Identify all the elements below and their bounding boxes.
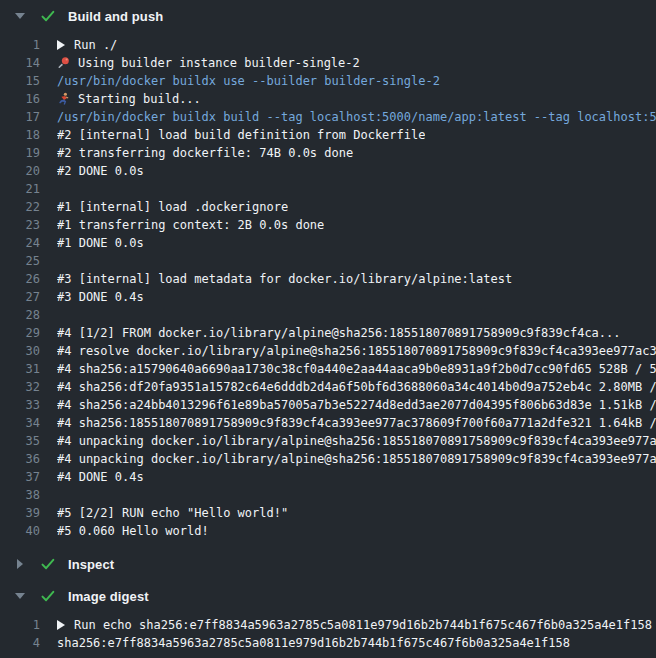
log-line: 36 #4 unpacking docker.io/library/alpine… [0, 450, 656, 468]
line-text: Using builder instance builder-single-2 [78, 54, 360, 72]
line-text: Run ./ [74, 36, 117, 54]
line-text: #3 [internal] load metadata for docker.i… [57, 270, 512, 288]
line-number[interactable]: 26 [0, 270, 40, 288]
line-number[interactable]: 14 [0, 54, 40, 72]
log-line: 34 #4 sha256:185518070891758909c9f839cf4… [0, 414, 656, 432]
log-section: Image digest 1 Run echo sha256:e7ff8834a… [0, 580, 656, 658]
line-number[interactable]: 40 [0, 522, 40, 540]
log-line: 18 #2 [internal] load build definition f… [0, 126, 656, 144]
log-line: 29 #4 [1/2] FROM docker.io/library/alpin… [0, 324, 656, 342]
line-number[interactable]: 4 [0, 634, 40, 652]
play-icon[interactable] [57, 40, 65, 50]
line-number[interactable]: 32 [0, 378, 40, 396]
line-text: sha256:e7ff8834a5963a2785c5a0811e979d16b… [57, 634, 570, 652]
line-number[interactable]: 29 [0, 324, 40, 342]
line-number[interactable]: 33 [0, 396, 40, 414]
section-lines: 1 Run echo sha256:e7ff8834a5963a2785c5a0… [0, 612, 656, 658]
line-number[interactable]: 21 [0, 180, 40, 198]
section-title: Build and push [68, 9, 163, 24]
line-text: /usr/bin/docker buildx use --builder bui… [57, 72, 440, 90]
line-text: #4 unpacking docker.io/library/alpine@sh… [57, 432, 656, 450]
caret-right-icon [14, 559, 26, 569]
section-title: Inspect [68, 557, 114, 572]
log-line: 37 #4 DONE 0.4s [0, 468, 656, 486]
line-number[interactable]: 16 [0, 90, 40, 108]
line-number[interactable]: 37 [0, 468, 40, 486]
log-line: 35 #4 unpacking docker.io/library/alpine… [0, 432, 656, 450]
line-text: #4 [1/2] FROM docker.io/library/alpine@s… [57, 324, 621, 342]
line-text: #2 transferring dockerfile: 74B 0.0s don… [57, 144, 353, 162]
line-text: #1 transferring context: 2B 0.0s done [57, 216, 324, 234]
line-text: #4 sha256:a15790640a6690aa1730c38cf0a440… [57, 360, 656, 378]
line-number[interactable]: 1 [0, 36, 40, 54]
log-line: 16 Starting build... [0, 90, 656, 108]
log-line: 4 sha256:e7ff8834a5963a2785c5a0811e979d1… [0, 634, 656, 652]
line-number[interactable]: 36 [0, 450, 40, 468]
line-number[interactable]: 38 [0, 486, 40, 504]
section-header-inspect[interactable]: Inspect [0, 548, 656, 580]
log-line: 22 #1 [internal] load .dockerignore [0, 198, 656, 216]
log-line: 39 #5 [2/2] RUN echo "Hello world!" [0, 504, 656, 522]
log-line: 28 [0, 306, 656, 324]
log-line: 23 #1 transferring context: 2B 0.0s done [0, 216, 656, 234]
line-text: #4 unpacking docker.io/library/alpine@sh… [57, 450, 656, 468]
log-line: 38 [0, 486, 656, 504]
line-text: #1 DONE 0.0s [57, 234, 144, 252]
runner-icon [57, 92, 71, 106]
line-number[interactable]: 19 [0, 144, 40, 162]
line-number[interactable]: 28 [0, 306, 40, 324]
log-line: 25 [0, 252, 656, 270]
line-number[interactable]: 31 [0, 360, 40, 378]
line-text: #4 resolve docker.io/library/alpine@sha2… [57, 342, 656, 360]
line-number[interactable]: 1 [0, 616, 40, 634]
line-number[interactable]: 24 [0, 234, 40, 252]
caret-down-icon [14, 593, 26, 599]
line-text: #3 DONE 0.4s [57, 288, 144, 306]
log-line: 26 #3 [internal] load metadata for docke… [0, 270, 656, 288]
log-sections-container: Build and push 1 Run ./ 14 Using builder… [0, 0, 656, 658]
line-number[interactable]: 35 [0, 432, 40, 450]
line-text: #1 [internal] load .dockerignore [57, 198, 288, 216]
check-icon [40, 556, 56, 572]
line-number[interactable]: 39 [0, 504, 40, 522]
line-number[interactable]: 25 [0, 252, 40, 270]
line-text: #5 [2/2] RUN echo "Hello world!" [57, 504, 288, 522]
log-section: Inspect [0, 548, 656, 580]
line-text: #5 0.060 Hello world! [57, 522, 209, 540]
pushpin-icon [57, 56, 71, 70]
section-title: Image digest [68, 589, 149, 604]
line-text: #4 DONE 0.4s [57, 468, 144, 486]
log-line: 31 #4 sha256:a15790640a6690aa1730c38cf0a… [0, 360, 656, 378]
line-number[interactable]: 27 [0, 288, 40, 306]
workflow-log-viewer: Build and push 1 Run ./ 14 Using builder… [0, 0, 656, 658]
log-line: 1 Run echo sha256:e7ff8834a5963a2785c5a0… [0, 616, 656, 634]
log-line: 20 #2 DONE 0.0s [0, 162, 656, 180]
log-line: 21 [0, 180, 656, 198]
log-section: Build and push 1 Run ./ 14 Using builder… [0, 0, 656, 548]
line-number[interactable]: 30 [0, 342, 40, 360]
line-text: /usr/bin/docker buildx build --tag local… [57, 108, 656, 126]
line-number[interactable]: 34 [0, 414, 40, 432]
log-line: 19 #2 transferring dockerfile: 74B 0.0s … [0, 144, 656, 162]
line-number[interactable]: 22 [0, 198, 40, 216]
log-line: 15 /usr/bin/docker buildx use --builder … [0, 72, 656, 90]
play-icon[interactable] [57, 620, 65, 630]
log-line: 1 Run ./ [0, 36, 656, 54]
log-line: 40 #5 0.060 Hello world! [0, 522, 656, 540]
section-header-image-digest[interactable]: Image digest [0, 580, 656, 612]
line-number[interactable]: 17 [0, 108, 40, 126]
log-line: 30 #4 resolve docker.io/library/alpine@s… [0, 342, 656, 360]
log-line: 33 #4 sha256:a24bb4013296f61e89ba57005a7… [0, 396, 656, 414]
section-header-build-and-push[interactable]: Build and push [0, 0, 656, 32]
log-line: 14 Using builder instance builder-single… [0, 54, 656, 72]
caret-down-icon [14, 13, 26, 19]
log-line: 27 #3 DONE 0.4s [0, 288, 656, 306]
line-number[interactable]: 15 [0, 72, 40, 90]
line-text: #2 [internal] load build definition from… [57, 126, 425, 144]
log-line: 24 #1 DONE 0.0s [0, 234, 656, 252]
check-icon [40, 588, 56, 604]
line-text: Run echo sha256:e7ff8834a5963a2785c5a081… [74, 616, 652, 634]
line-number[interactable]: 20 [0, 162, 40, 180]
line-number[interactable]: 18 [0, 126, 40, 144]
line-number[interactable]: 23 [0, 216, 40, 234]
